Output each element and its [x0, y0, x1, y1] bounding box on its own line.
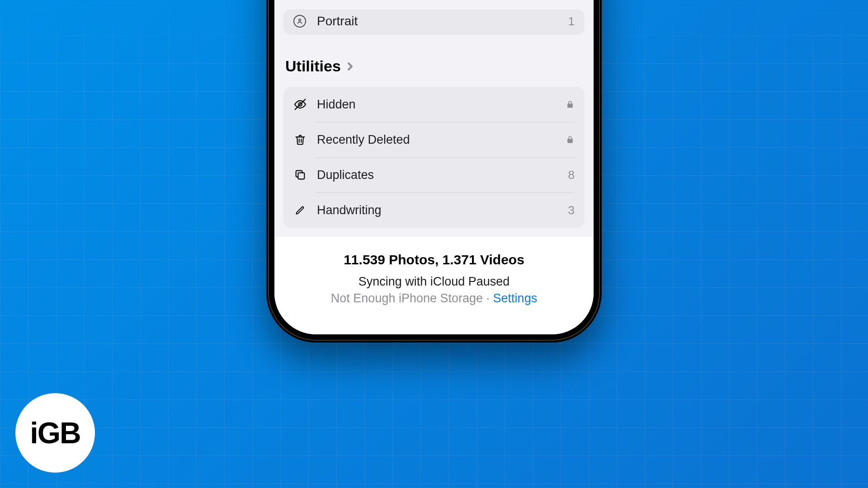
settings-link[interactable]: Settings — [493, 291, 538, 305]
row-label: Handwriting — [317, 203, 558, 217]
portrait-label: Portrait — [317, 14, 557, 28]
library-counts: 11.539 Photos, 1.371 Videos — [288, 252, 580, 267]
chevron-right-icon — [344, 61, 355, 72]
portrait-count: 1 — [568, 14, 575, 28]
utilities-row-duplicates[interactable]: Duplicates 8 — [283, 157, 585, 192]
lock-icon — [566, 100, 575, 109]
row-label: Recently Deleted — [317, 133, 556, 147]
trash-icon — [293, 133, 307, 146]
utilities-row-hidden[interactable]: Hidden — [283, 87, 585, 122]
igb-logo: iGB — [15, 393, 95, 473]
eye-slash-icon — [293, 98, 307, 111]
lock-icon — [566, 135, 575, 144]
storage-text: Not Enough iPhone Storage · — [331, 291, 493, 305]
svg-rect-5 — [298, 173, 304, 179]
photos-albums-scroll[interactable]: Portrait 1 Utilities — [274, 0, 594, 237]
pencil-icon — [293, 204, 307, 216]
utilities-title: Utilities — [285, 57, 341, 75]
row-count: 3 — [568, 203, 575, 217]
portrait-icon — [293, 15, 306, 28]
row-label: Duplicates — [317, 168, 558, 182]
utilities-row-handwriting[interactable]: Handwriting 3 — [283, 192, 585, 228]
svg-point-0 — [299, 19, 301, 21]
utilities-card: Hidden Recently Deleted — [283, 87, 585, 228]
library-footer: 11.539 Photos, 1.371 Videos Syncing with… — [274, 237, 594, 334]
storage-status: Not Enough iPhone Storage · Settings — [288, 291, 580, 305]
utilities-section-header[interactable]: Utilities — [283, 57, 585, 87]
sync-status: Syncing with iCloud Paused — [288, 275, 580, 289]
media-types-row-portrait[interactable]: Portrait 1 — [283, 9, 585, 35]
row-count: 8 — [568, 168, 575, 182]
row-label: Hidden — [317, 98, 556, 112]
utilities-row-recently-deleted[interactable]: Recently Deleted — [283, 122, 585, 157]
phone-screen: Portrait 1 Utilities — [274, 0, 594, 334]
phone-frame: Portrait 1 Utilities — [266, 0, 602, 343]
duplicates-icon — [293, 169, 307, 181]
